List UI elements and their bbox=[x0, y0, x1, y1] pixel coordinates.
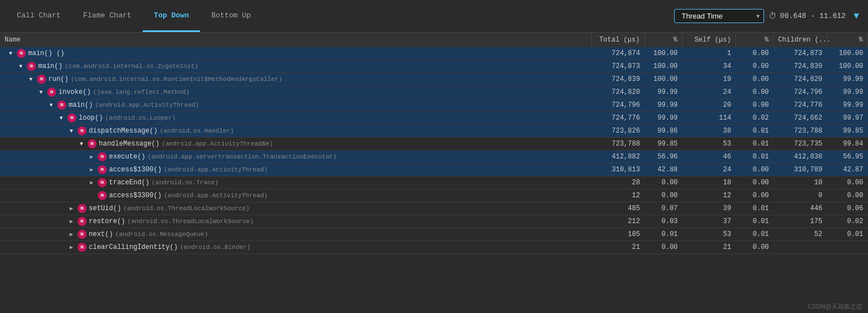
name-cell-td[interactable]: ▼mmain() (com.android.internal.os.Zygote… bbox=[0, 60, 591, 73]
thread-time-dropdown-wrapper: Thread Time bbox=[674, 9, 764, 23]
expand-arrow[interactable]: ▼ bbox=[57, 115, 65, 121]
expand-arrow[interactable]: ▼ bbox=[67, 128, 75, 134]
pct1-value: 99.99 bbox=[644, 99, 682, 112]
table-row: ▶maccess$1300() (android.app.ActivityThr… bbox=[0, 164, 868, 176]
method-icon: m bbox=[78, 230, 87, 239]
name-cell-td[interactable]: ▶mnext() (android.os.MessageQueue) bbox=[0, 228, 591, 241]
total-value: 105 bbox=[591, 228, 644, 241]
total-value: 212 bbox=[591, 215, 644, 228]
header-pct2[interactable]: % bbox=[735, 33, 773, 47]
method-icon: m bbox=[98, 191, 107, 200]
pct2-value: 0.00 bbox=[735, 99, 773, 112]
method-name: invoke() bbox=[58, 88, 91, 96]
total-value: 412,882 bbox=[591, 151, 644, 164]
expand-arrow[interactable]: ▶ bbox=[67, 244, 75, 251]
name-cell-td[interactable]: ▼mdispatchMessage() (android.os.Handler) bbox=[0, 125, 591, 138]
name-cell-td[interactable]: ▶maccess$1300() (android.app.ActivityThr… bbox=[0, 164, 591, 176]
header-children[interactable]: Children (... bbox=[774, 33, 827, 47]
header-self[interactable]: Self (μs) bbox=[682, 33, 735, 47]
children-value bbox=[774, 241, 827, 254]
name-cell-td[interactable]: ▶mtraceEnd() (android.os.Trace) bbox=[0, 176, 591, 189]
method-icon: m bbox=[27, 62, 36, 71]
children-value: 52 bbox=[774, 228, 827, 241]
pct1-value: 0.00 bbox=[644, 176, 682, 189]
method-name: loop() bbox=[79, 114, 103, 122]
pct3-value: 99.99 bbox=[827, 73, 868, 86]
tab-call-chart[interactable]: Call Chart bbox=[6, 0, 72, 32]
pct1-value: 42.88 bbox=[644, 164, 682, 176]
name-cell-td[interactable]: ▶mexecute() (android.app.servertransacti… bbox=[0, 151, 591, 164]
expand-arrow[interactable]: ▶ bbox=[67, 231, 75, 238]
method-class: (android.os.Trace) bbox=[152, 179, 219, 186]
expand-arrow[interactable]: ▼ bbox=[37, 89, 45, 96]
header-total[interactable]: Total (μs) bbox=[591, 33, 644, 47]
pct2-value: 0.00 bbox=[735, 189, 773, 202]
tab-flame-chart[interactable]: Flame Chart bbox=[72, 0, 143, 32]
pct2-value: 0.00 bbox=[735, 60, 773, 73]
name-cell-td[interactable]: ▶mclearCallingIdentity() (android.os.Bin… bbox=[0, 241, 591, 254]
children-value: 724,776 bbox=[774, 99, 827, 112]
tab-bottom-up[interactable]: Bottom Up bbox=[200, 0, 262, 32]
tab-top-down-label: Top Down bbox=[154, 11, 189, 20]
method-class: (com.android.internal.os.RuntimeInit$Met… bbox=[71, 76, 282, 83]
expand-arrow[interactable]: ▼ bbox=[47, 102, 55, 108]
pct1-value: 0.01 bbox=[644, 228, 682, 241]
filter-icon[interactable]: ▼ bbox=[850, 10, 862, 22]
pct3-value: 0.06 bbox=[827, 202, 868, 215]
self-value: 53 bbox=[682, 228, 735, 241]
self-value: 19 bbox=[682, 73, 735, 86]
header-name[interactable]: Name bbox=[0, 33, 591, 47]
name-cell-td[interactable]: ▶maccess$3300() (android.app.ActivityThr… bbox=[0, 189, 591, 202]
name-cell-td[interactable]: ▼mhandleMessage() (android.app.ActivityT… bbox=[0, 138, 591, 151]
time-range: ⏱ 00.648 - 11.612 bbox=[769, 12, 846, 21]
method-class: (android.os.Looper) bbox=[105, 115, 175, 121]
name-cell-td[interactable]: ▶msetUid() (android.os.ThreadLocalWorkSo… bbox=[0, 202, 591, 215]
expand-arrow[interactable]: ▼ bbox=[7, 51, 15, 57]
expand-arrow[interactable]: ▶ bbox=[67, 205, 75, 212]
expand-arrow[interactable]: ▼ bbox=[78, 141, 85, 147]
pct2-value: 0.00 bbox=[735, 47, 773, 60]
name-cell-td[interactable]: ▼minvoke() (java.lang.reflect.Method) bbox=[0, 86, 591, 99]
children-value: 412,836 bbox=[774, 151, 827, 164]
total-value: 724,820 bbox=[591, 86, 644, 99]
name-cell-td[interactable]: ▼mrun() (com.android.internal.os.Runtime… bbox=[0, 73, 591, 86]
name-cell-td[interactable]: ▶mrestore() (android.os.ThreadLocalWorkS… bbox=[0, 215, 591, 228]
tab-bottom-up-label: Bottom Up bbox=[211, 11, 251, 20]
expand-arrow[interactable]: ▶ bbox=[88, 153, 96, 160]
header-pct3[interactable]: % bbox=[827, 33, 868, 47]
table-row: ▶msetUid() (android.os.ThreadLocalWorkSo… bbox=[0, 202, 868, 215]
expand-arrow[interactable]: ▶ bbox=[67, 218, 75, 225]
method-class: (android.app.ActivityThread) bbox=[164, 192, 268, 199]
expand-arrow[interactable]: ▼ bbox=[27, 76, 35, 83]
children-value: 446 bbox=[774, 202, 827, 215]
pct1-value: 100.00 bbox=[644, 73, 682, 86]
method-name: next() bbox=[89, 230, 113, 238]
pct1-value: 100.00 bbox=[644, 47, 682, 60]
method-name: access$3300() bbox=[109, 192, 162, 199]
name-cell-td[interactable]: ▼mloop() (android.os.Looper) bbox=[0, 112, 591, 125]
name-cell-td[interactable]: ▼mmain() () bbox=[0, 47, 591, 60]
method-name: restore() bbox=[89, 217, 125, 225]
header-pct1[interactable]: % bbox=[644, 33, 682, 47]
pct1-value: 99.99 bbox=[644, 112, 682, 125]
table-row: ▶mnext() (android.os.MessageQueue)1050.0… bbox=[0, 228, 868, 241]
children-value: 724,873 bbox=[774, 47, 827, 60]
expand-arrow[interactable]: ▼ bbox=[17, 63, 25, 70]
table-body: ▼mmain() ()724,874100.0010.00724,873100.… bbox=[0, 47, 868, 254]
pct3-value: 42.87 bbox=[827, 164, 868, 176]
total-value: 723,826 bbox=[591, 125, 644, 138]
method-icon: m bbox=[98, 152, 107, 161]
method-class: (com.android.internal.os.ZygoteInit) bbox=[65, 63, 198, 70]
self-value: 114 bbox=[682, 112, 735, 125]
name-cell-td[interactable]: ▼mmain() (android.app.ActivityThread) bbox=[0, 99, 591, 112]
tab-bar: Call Chart Flame Chart Top Down Bottom U… bbox=[0, 0, 868, 33]
expand-arrow[interactable]: ▶ bbox=[88, 179, 96, 186]
method-icon: m bbox=[78, 126, 87, 135]
table-row: ▼mmain() (android.app.ActivityThread)724… bbox=[0, 99, 868, 112]
tab-top-down[interactable]: Top Down bbox=[143, 0, 200, 32]
pct1-value: 56.96 bbox=[644, 151, 682, 164]
thread-time-dropdown[interactable]: Thread Time bbox=[674, 9, 764, 23]
profiler-table: Name Total (μs) % Self (μs) % Children (… bbox=[0, 33, 868, 254]
method-icon: m bbox=[98, 178, 107, 187]
expand-arrow[interactable]: ▶ bbox=[88, 166, 96, 173]
